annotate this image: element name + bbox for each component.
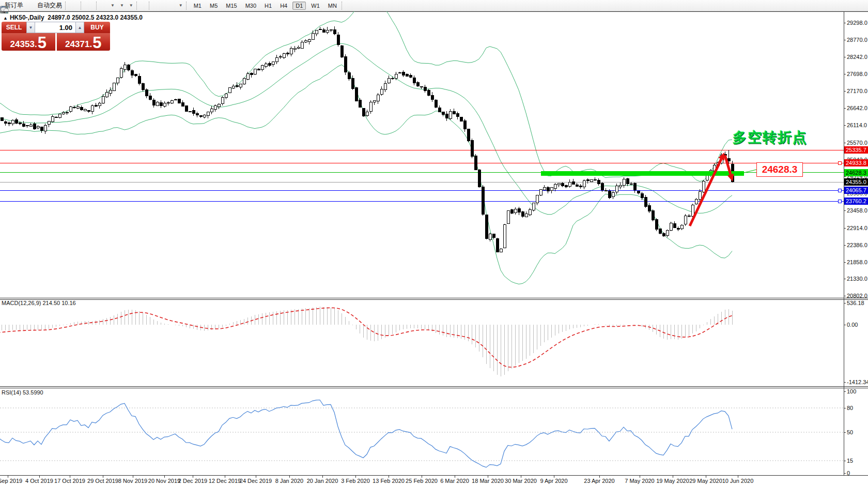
tf-button-M30[interactable]: M30 xyxy=(242,2,259,10)
candle-body xyxy=(557,184,560,185)
cursor-button[interactable] xyxy=(141,1,144,10)
trendline-button[interactable] xyxy=(160,1,163,10)
line-handle-marker[interactable] xyxy=(838,189,841,192)
buy-price[interactable]: 24371.5 xyxy=(57,33,111,51)
rsi-tick-dash xyxy=(844,461,846,461)
candle-body xyxy=(489,234,491,239)
horizontal-line-button[interactable] xyxy=(157,1,160,10)
rsi-chart[interactable] xyxy=(0,388,844,475)
dropdown-arrow-icon: ▼ xyxy=(111,3,115,8)
level-price-label[interactable]: 24628.3 xyxy=(756,162,803,177)
candle-body xyxy=(395,74,397,79)
candle-body xyxy=(659,229,661,234)
candle-body xyxy=(22,124,25,126)
macd-tick-dash xyxy=(844,382,846,383)
date-label: 3 Sep 2019 xyxy=(0,478,22,484)
candle-body xyxy=(304,41,307,42)
mt4-window: 新订单 自动交易 xyxy=(0,0,868,486)
line-chart-button[interactable] xyxy=(76,1,79,10)
candle-body xyxy=(427,90,430,96)
line-handle-marker[interactable] xyxy=(838,200,841,203)
volume-increase-button[interactable]: ▲ xyxy=(75,22,84,33)
macd-divider-top[interactable] xyxy=(0,298,868,298)
candle-body xyxy=(554,184,556,188)
rsi-label: RSI(14) 53.5990 xyxy=(2,389,43,396)
candle-body xyxy=(612,192,614,197)
candle-body xyxy=(185,105,188,111)
tf-button-W1[interactable]: W1 xyxy=(308,2,323,10)
candle-body xyxy=(406,74,408,76)
candle-body xyxy=(214,106,216,110)
price-tick-label: 22386.0 xyxy=(847,242,867,248)
candle-body xyxy=(246,73,249,79)
date-label: 17 Oct 2019 xyxy=(54,478,85,484)
tf-button-H4[interactable]: H4 xyxy=(277,2,290,10)
candle-body xyxy=(478,170,481,187)
rsi-divider-top[interactable] xyxy=(0,386,868,387)
candle-body xyxy=(98,103,101,106)
one-click-trade-panel: SELL ▼ 1.00 ▲ BUY 24353.5 24371.5 xyxy=(2,22,110,51)
candle-body xyxy=(207,112,209,115)
candle-body xyxy=(601,183,603,190)
candle-body xyxy=(572,181,575,184)
equidistant-channel-button[interactable]: E xyxy=(163,1,166,10)
tf-button-D1[interactable]: D1 xyxy=(292,2,306,10)
crosshair-button[interactable] xyxy=(144,1,147,10)
sell-price[interactable]: 24353.5 xyxy=(2,33,55,51)
candle-body xyxy=(279,56,282,57)
rsi-line xyxy=(0,400,732,467)
candle-body xyxy=(590,180,593,182)
candle-body xyxy=(532,203,535,210)
candle-body xyxy=(673,224,676,228)
macd-tick-dash xyxy=(844,325,846,325)
periods-button[interactable]: ▼ xyxy=(116,1,126,10)
auto-trading-label: 自动交易 xyxy=(37,1,62,10)
candle-body xyxy=(633,183,636,190)
candle-body xyxy=(362,108,365,116)
candle-body xyxy=(615,186,618,192)
auto-trading-button[interactable]: 自动交易 xyxy=(34,1,64,10)
tf-button-H1[interactable]: H1 xyxy=(261,2,275,10)
expander-icon[interactable]: ▲ xyxy=(3,16,8,21)
line-handle-marker[interactable] xyxy=(838,161,841,164)
tf-button-M5[interactable]: M5 xyxy=(207,2,221,10)
candle-body xyxy=(131,71,133,75)
text-label-button[interactable]: T xyxy=(172,1,175,10)
candle-body xyxy=(565,186,567,187)
templates-button[interactable]: ▼ xyxy=(126,1,135,10)
candle-body xyxy=(66,112,68,113)
tile-windows-button[interactable] xyxy=(91,1,95,10)
tf-button-MN[interactable]: MN xyxy=(325,2,340,10)
text-button[interactable]: A xyxy=(169,1,172,10)
candle-body xyxy=(550,188,553,191)
macd-chart[interactable] xyxy=(0,299,844,386)
timeframe-group: M1M5M15M30H1H4D1W1MN xyxy=(191,2,340,10)
arrows-button[interactable]: ▼ xyxy=(175,1,184,10)
candle-body xyxy=(232,86,235,88)
sell-button[interactable]: SELL xyxy=(2,22,26,33)
tf-button-M1[interactable]: M1 xyxy=(191,2,205,10)
candle-body xyxy=(605,191,607,191)
candle-body xyxy=(503,224,506,248)
price-tick-label: 22914.0 xyxy=(847,225,867,231)
vertical-line-button[interactable] xyxy=(153,1,157,10)
price-tick-dash xyxy=(844,279,846,279)
price-tick-dash xyxy=(844,57,846,57)
candle-body xyxy=(189,111,191,112)
rsi-tick-label: 15 xyxy=(847,458,853,464)
main-chart[interactable] xyxy=(0,11,844,298)
candle-body xyxy=(435,100,437,108)
buy-button[interactable]: BUY xyxy=(84,22,110,33)
candle-body xyxy=(37,126,39,128)
candle-body xyxy=(91,105,94,111)
volume-input[interactable]: 1.00 xyxy=(35,22,75,33)
candle-body xyxy=(630,184,632,184)
tf-button-M15[interactable]: M15 xyxy=(223,2,240,10)
candle-body xyxy=(355,88,358,101)
volume-decrease-button[interactable]: ▼ xyxy=(26,22,35,33)
candle-body xyxy=(174,99,177,100)
indicators-button[interactable]: ▼ xyxy=(107,1,116,10)
fibonacci-button[interactable]: F xyxy=(166,1,169,10)
candle-body xyxy=(283,53,285,57)
candle-body xyxy=(384,84,386,89)
